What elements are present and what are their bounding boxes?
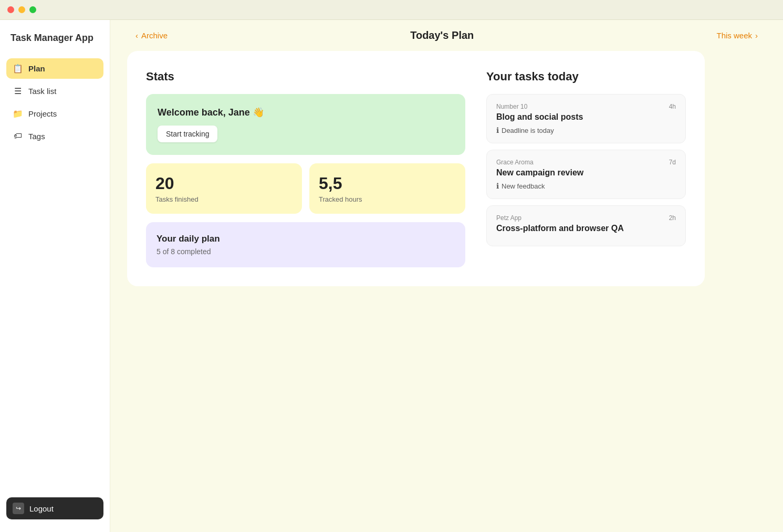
task-name-2: New campaign review — [496, 168, 676, 178]
task-duration-3: 2h — [669, 214, 676, 222]
stats-title: Stats — [146, 70, 465, 84]
minimize-button[interactable] — [18, 6, 25, 13]
archive-label: Archive — [141, 31, 168, 40]
task-project-2: Grace Aroma — [496, 159, 534, 166]
task-header-3: Petz App 2h — [496, 214, 676, 222]
welcome-card: Welcome back, Jane 👋 Start tracking — [146, 94, 465, 155]
this-week-label: This week — [716, 31, 752, 40]
task-duration-2: 7d — [669, 159, 676, 166]
tracked-hours-card: 5,5 Tracked hours — [309, 163, 465, 214]
archive-button[interactable]: ‹ Archive — [135, 31, 168, 40]
page-title: Today's Plan — [410, 29, 474, 41]
stats-grid: 20 Tasks finished 5,5 Tracked hours — [146, 163, 465, 214]
task-header-2: Grace Aroma 7d — [496, 159, 676, 166]
daily-plan-card[interactable]: Your daily plan 5 of 8 completed — [146, 222, 465, 267]
daily-plan-title: Your daily plan — [156, 234, 455, 244]
task-alert-2: ℹ New feedback — [496, 182, 676, 190]
daily-plan-sub: 5 of 8 completed — [156, 247, 455, 256]
sidebar-item-plan[interactable]: 📋 Plan — [6, 58, 103, 79]
tags-icon: 🏷 — [13, 131, 23, 141]
app-title-rest: App — [73, 33, 93, 43]
tasks-finished-label: Tasks finished — [155, 195, 293, 203]
task-duration-1: 4h — [669, 103, 676, 110]
chevron-right-icon: › — [755, 31, 758, 40]
sidebar-item-tags-label: Tags — [28, 132, 45, 141]
plan-icon: 📋 — [13, 64, 23, 74]
start-tracking-button[interactable]: Start tracking — [158, 126, 217, 142]
this-week-button[interactable]: This week › — [716, 31, 758, 40]
welcome-text: Welcome back, Jane 👋 — [158, 107, 454, 118]
task-project-1: Number 10 — [496, 103, 527, 110]
sidebar-item-projects[interactable]: 📁 Projects — [6, 103, 103, 124]
app-title-highlight: Task Manager — [11, 33, 73, 43]
maximize-button[interactable] — [29, 6, 36, 13]
content-card: Stats Welcome back, Jane 👋 Start trackin… — [127, 51, 705, 286]
tasks-title: Your tasks today — [486, 70, 686, 84]
task-card-2[interactable]: Grace Aroma 7d New campaign review ℹ New… — [486, 150, 686, 199]
task-project-3: Petz App — [496, 214, 521, 222]
task-card-3[interactable]: Petz App 2h Cross-platform and browser Q… — [486, 205, 686, 246]
alert-icon-1: ℹ — [496, 126, 499, 134]
projects-icon: 📁 — [13, 109, 23, 119]
sidebar-item-task-list[interactable]: ☰ Task list — [6, 81, 103, 101]
logout-label: Logout — [29, 504, 54, 513]
sidebar-item-plan-label: Plan — [28, 64, 45, 73]
chevron-left-icon: ‹ — [135, 31, 138, 40]
titlebar — [0, 0, 783, 20]
task-list-icon: ☰ — [13, 86, 23, 96]
sidebar-bottom: ↪ Logout — [6, 497, 103, 519]
sidebar-item-task-list-label: Task list — [28, 87, 56, 96]
tasks-section: Your tasks today Number 10 4h Blog and s… — [486, 70, 686, 267]
app-title: Task Manager App — [6, 33, 103, 44]
tracked-hours-number: 5,5 — [319, 174, 456, 193]
task-alert-1: ℹ Deadline is today — [496, 126, 676, 134]
logout-button[interactable]: ↪ Logout — [6, 497, 103, 519]
content-area: Stats Welcome back, Jane 👋 Start trackin… — [110, 51, 783, 532]
logout-icon: ↪ — [13, 503, 24, 514]
top-nav: ‹ Archive Today's Plan This week › — [110, 20, 783, 51]
sidebar-item-tags[interactable]: 🏷 Tags — [6, 126, 103, 146]
task-alert-text-2: New feedback — [502, 182, 545, 190]
app-window: Task Manager App 📋 Plan ☰ Task list 📁 Pr… — [0, 0, 783, 532]
task-header-1: Number 10 4h — [496, 103, 676, 110]
main-content: ‹ Archive Today's Plan This week › Stats — [110, 20, 783, 532]
tasks-finished-number: 20 — [155, 174, 293, 193]
sidebar-item-projects-label: Projects — [28, 109, 57, 118]
tasks-finished-card: 20 Tasks finished — [146, 163, 302, 214]
task-name-3: Cross-platform and browser QA — [496, 224, 676, 233]
sidebar: Task Manager App 📋 Plan ☰ Task list 📁 Pr… — [0, 20, 110, 532]
task-alert-text-1: Deadline is today — [502, 127, 554, 134]
close-button[interactable] — [7, 6, 14, 13]
alert-icon-2: ℹ — [496, 182, 499, 190]
task-card-1[interactable]: Number 10 4h Blog and social posts ℹ Dea… — [486, 94, 686, 143]
tracked-hours-label: Tracked hours — [319, 195, 456, 203]
stats-section: Stats Welcome back, Jane 👋 Start trackin… — [146, 70, 465, 267]
task-name-1: Blog and social posts — [496, 112, 676, 122]
app-body: Task Manager App 📋 Plan ☰ Task list 📁 Pr… — [0, 20, 783, 532]
